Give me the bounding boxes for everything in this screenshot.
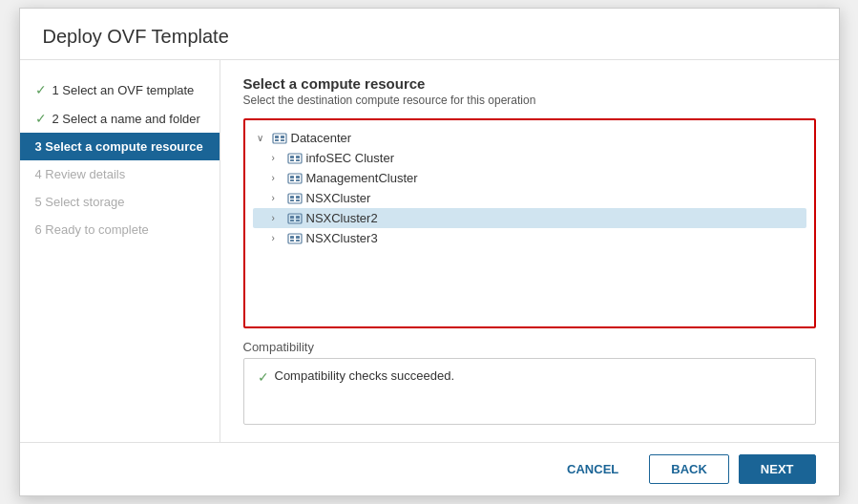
cancel-button[interactable]: CANCEL [546, 455, 639, 483]
sidebar-label-step4: 4 Review details [35, 167, 126, 181]
dialog-body: ✓ 1 Select an OVF template ✓ 2 Select a … [20, 60, 839, 442]
sidebar-item-step1[interactable]: ✓ 1 Select an OVF template [20, 75, 220, 104]
sidebar-item-step3[interactable]: 3 Select a compute resource [20, 133, 220, 160]
section-subtitle: Select the destination compute resource … [243, 94, 816, 107]
compatibility-box: ✓ Compatibility checks succeeded. [243, 358, 816, 425]
check-icon-step1: ✓ [35, 82, 47, 97]
svg-rect-9 [296, 159, 300, 161]
tree-item-nsx1[interactable]: › NSXCluster [253, 188, 806, 208]
tree-label-nsx3: NSXCluster3 [306, 231, 378, 245]
svg-rect-3 [275, 139, 279, 141]
svg-rect-4 [281, 139, 284, 141]
svg-rect-17 [296, 196, 300, 199]
svg-rect-2 [281, 136, 284, 138]
svg-rect-28 [290, 240, 294, 242]
tree-item-nsx2[interactable]: › NSXCluster2 [253, 208, 806, 228]
compatibility-section: Compatibility ✓ Compatibility checks suc… [243, 340, 816, 425]
deploy-ovf-dialog: Deploy OVF Template ✓ 1 Select an OVF te… [19, 8, 840, 496]
tree-item-infosec[interactable]: › infoSEC Cluster [253, 148, 806, 168]
sidebar-label-step6: 6 Ready to complete [35, 222, 149, 237]
svg-rect-18 [290, 200, 294, 201]
tree-label-nsx2: NSXCluster2 [306, 211, 378, 225]
svg-rect-19 [296, 200, 300, 201]
chevron-infosec: › [272, 153, 283, 163]
compat-check-icon: ✓ [258, 369, 269, 385]
sidebar-label-step2: 2 Select a name and folder [52, 112, 200, 126]
sidebar: ✓ 1 Select an OVF template ✓ 2 Select a … [20, 60, 220, 442]
chevron-nsx3: › [272, 233, 283, 243]
nsx3-cluster-icon [287, 232, 303, 245]
svg-rect-20 [288, 214, 302, 223]
svg-rect-22 [296, 216, 300, 219]
nsx1-cluster-icon [287, 192, 303, 205]
check-icon-step2: ✓ [35, 111, 47, 126]
tree-label-mgmt: ManagementCluster [306, 171, 418, 185]
svg-rect-8 [290, 159, 294, 161]
tree-item-datacenter[interactable]: ∨ Datacenter [253, 128, 806, 148]
section-header: Select a compute resource Select the des… [243, 75, 816, 107]
sidebar-label-step1: 1 Select an OVF template [52, 83, 195, 97]
svg-rect-6 [290, 156, 294, 158]
tree-label-datacenter: Datacenter [291, 131, 352, 145]
dialog-footer: CANCEL BACK NEXT [20, 442, 839, 495]
svg-rect-24 [296, 220, 300, 221]
section-title: Select a compute resource [243, 75, 816, 92]
chevron-datacenter: ∨ [257, 133, 268, 143]
svg-rect-29 [296, 240, 300, 242]
sidebar-label-step3: 3 Select a compute resource [35, 139, 203, 154]
next-button[interactable]: NEXT [739, 454, 816, 484]
main-content: Select a compute resource Select the des… [220, 60, 839, 442]
svg-rect-13 [290, 179, 294, 181]
back-button[interactable]: BACK [649, 454, 729, 484]
svg-rect-23 [290, 220, 294, 221]
infosec-cluster-icon [287, 152, 303, 165]
tree-label-nsx1: NSXCluster [306, 191, 371, 205]
chevron-nsx2: › [272, 213, 283, 223]
sidebar-item-step4: 4 Review details [20, 160, 220, 188]
svg-rect-14 [296, 179, 300, 181]
svg-rect-15 [288, 194, 302, 203]
mgmt-cluster-icon [287, 172, 303, 185]
tree-item-mgmt[interactable]: › ManagementCluster [253, 168, 806, 188]
nsx2-cluster-icon [287, 212, 303, 225]
sidebar-item-step2[interactable]: ✓ 2 Select a name and folder [20, 104, 220, 133]
compatibility-message: Compatibility checks succeeded. [275, 368, 455, 383]
svg-rect-10 [288, 174, 302, 183]
chevron-nsx1: › [272, 193, 283, 203]
tree-item-nsx3[interactable]: › NSXCluster3 [253, 228, 806, 248]
dialog-title: Deploy OVF Template [20, 9, 839, 60]
compute-resource-tree[interactable]: ∨ Datacenter › [243, 118, 816, 328]
svg-rect-5 [288, 154, 302, 163]
sidebar-item-step6: 6 Ready to complete [20, 216, 220, 243]
svg-rect-16 [290, 196, 294, 199]
compatibility-label: Compatibility [243, 340, 816, 354]
svg-rect-26 [290, 236, 294, 239]
svg-rect-11 [290, 176, 294, 178]
svg-rect-1 [275, 136, 279, 138]
chevron-mgmt: › [272, 173, 283, 183]
svg-rect-0 [273, 134, 286, 143]
sidebar-item-step5: 5 Select storage [20, 188, 220, 216]
sidebar-label-step5: 5 Select storage [35, 195, 125, 209]
tree-label-infosec: infoSEC Cluster [306, 151, 394, 165]
svg-rect-25 [288, 234, 302, 243]
svg-rect-12 [296, 176, 300, 178]
datacenter-icon [272, 132, 287, 145]
svg-rect-7 [296, 156, 300, 158]
svg-rect-27 [296, 236, 300, 239]
svg-rect-21 [290, 216, 294, 219]
